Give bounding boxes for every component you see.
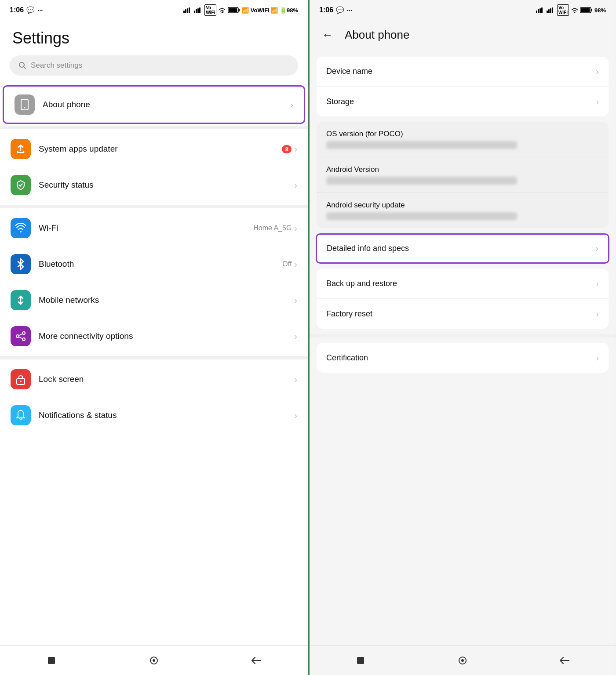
wifi-right: Home A_5G ›: [253, 223, 297, 233]
battery-icon-right: [580, 7, 593, 13]
mobile-networks-text: Mobile networks: [39, 295, 286, 305]
security-status-item[interactable]: Security status ›: [0, 167, 308, 203]
mobile-networks-label: Mobile networks: [39, 295, 286, 305]
svg-rect-5: [196, 9, 197, 13]
svg-point-16: [16, 335, 19, 338]
about-phone-chevron: ›: [290, 100, 293, 110]
svg-point-14: [24, 107, 26, 109]
notifications-text: Notifications & status: [39, 410, 286, 420]
nav-stop-left[interactable]: [44, 653, 58, 668]
mobile-networks-icon: [11, 290, 31, 310]
status-bar-right: 1:06 💬 ··· VoWiFi 98%: [310, 0, 616, 18]
system-apps-item[interactable]: System apps updater 8 ›: [0, 131, 308, 167]
bluetooth-symbol-icon: [16, 258, 25, 270]
about-phone-right: ›: [290, 100, 293, 110]
svg-point-18: [22, 338, 25, 341]
mobile-networks-right: ›: [294, 295, 297, 305]
wifi-item[interactable]: Wi-Fi Home A_5G ›: [0, 210, 308, 246]
svg-rect-21: [48, 657, 55, 664]
signal2-icon-right: [547, 7, 555, 13]
mobile-network-symbol-icon: [15, 295, 26, 305]
stop-icon-left: [47, 656, 56, 665]
nav-bar-left: [0, 645, 308, 675]
svg-point-15: [20, 231, 22, 232]
notifications-label: Notifications & status: [39, 410, 286, 420]
notifications-item[interactable]: Notifications & status ›: [0, 397, 308, 433]
svg-rect-27: [541, 7, 543, 13]
svg-rect-36: [357, 657, 364, 664]
svg-rect-31: [552, 7, 553, 13]
mobile-networks-item[interactable]: Mobile networks ›: [0, 282, 308, 318]
wifi-value: Home A_5G: [253, 224, 292, 232]
bluetooth-text: Bluetooth: [39, 259, 274, 269]
detailed-info-item[interactable]: Detailed info and specs ›: [316, 233, 609, 264]
nav-home-right[interactable]: [456, 653, 470, 668]
whatsapp-icon-right: 💬: [336, 6, 344, 14]
battery-icon: [228, 7, 240, 13]
backup-item[interactable]: Back up and restore ›: [317, 269, 609, 299]
home-icon-left: [149, 656, 159, 665]
svg-rect-29: [548, 9, 550, 13]
back-icon-right: [560, 657, 569, 664]
nav-stop-right[interactable]: [354, 653, 368, 668]
backup-chevron: ›: [596, 279, 599, 289]
svg-rect-3: [189, 7, 190, 13]
device-name-item[interactable]: Device name ›: [317, 57, 609, 87]
svg-point-32: [574, 12, 575, 14]
factory-reset-chevron: ›: [596, 309, 599, 319]
os-version-value: [326, 141, 517, 149]
left-panel-content: Settings Search settings About phone ›: [0, 18, 308, 675]
bluetooth-item[interactable]: Bluetooth Off ›: [0, 246, 308, 282]
about-phone-label: About phone: [43, 100, 282, 109]
more-connectivity-item[interactable]: More connectivity options ›: [0, 318, 308, 354]
dots-icon: ···: [37, 7, 43, 14]
more-connectivity-icon: [11, 326, 31, 346]
status-icons-right: VoWiFi 98%: [536, 4, 606, 16]
android-version-item: Android Version: [317, 157, 609, 193]
divider-1: [0, 126, 308, 129]
android-security-value: [326, 212, 517, 220]
more-connectivity-label: More connectivity options: [39, 331, 286, 341]
wifi-label: Wi-Fi: [39, 223, 245, 233]
nav-home-left[interactable]: [147, 653, 161, 668]
back-button[interactable]: ←: [318, 26, 337, 44]
os-version-label: OS version (for POCO): [326, 130, 599, 138]
svg-point-38: [461, 659, 464, 662]
android-security-label: Android security update: [326, 201, 599, 210]
nav-back-right[interactable]: [558, 653, 572, 668]
nav-bar-right: [310, 645, 616, 675]
nav-back-left[interactable]: [249, 653, 263, 668]
back-icon-left: [252, 657, 261, 664]
svg-rect-1: [185, 9, 186, 13]
lock-screen-right: ›: [294, 374, 297, 385]
home-icon-right: [458, 656, 467, 665]
notifications-chevron: ›: [294, 410, 297, 421]
factory-reset-item[interactable]: Factory reset ›: [317, 299, 609, 329]
wifi-chevron: ›: [294, 223, 297, 233]
battery-percent-right: 98%: [594, 7, 606, 14]
svg-point-23: [153, 659, 155, 662]
search-placeholder: Search settings: [31, 61, 82, 70]
right-panel-content: Device name › Storage › OS version (for …: [310, 51, 616, 675]
certification-item[interactable]: Certification ›: [317, 343, 609, 373]
device-info-card: Device name › Storage ›: [317, 57, 609, 116]
lock-screen-item[interactable]: Lock screen ›: [0, 361, 308, 397]
signal-icon: [183, 7, 192, 13]
wifi-icon: [218, 7, 226, 13]
search-bar[interactable]: Search settings: [10, 55, 298, 76]
more-connectivity-right: ›: [294, 331, 297, 341]
system-apps-chevron: ›: [294, 144, 297, 154]
svg-rect-4: [194, 11, 195, 13]
android-version-value: [326, 177, 517, 185]
lock-screen-text: Lock screen: [39, 374, 286, 384]
signal2-icon: [194, 7, 203, 13]
about-phone-item[interactable]: About phone ›: [3, 85, 305, 124]
about-phone-icon: [15, 94, 35, 115]
svg-rect-35: [591, 9, 592, 11]
vowifi-badge: VoWiFi: [204, 4, 216, 16]
storage-item[interactable]: Storage ›: [317, 87, 609, 116]
wifi-settings-icon: [11, 218, 31, 238]
lock-screen-icon: [11, 369, 31, 389]
battery-percent-left: 📶 VoWiFi 📶 🔋98%: [242, 7, 298, 14]
security-label: Security status: [39, 180, 286, 190]
